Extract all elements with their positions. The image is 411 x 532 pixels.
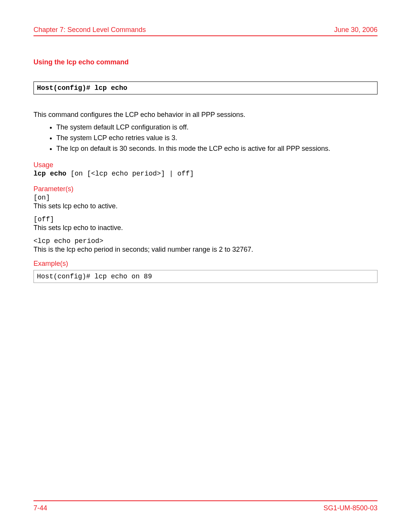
section-title: Using the lcp echo command	[33, 58, 378, 66]
param-code: <lcp echo period>	[33, 237, 378, 245]
param-code: [on]	[33, 194, 378, 201]
examples-heading: Example(s)	[33, 260, 378, 268]
command-syntax-box: Host(config)# lcp echo	[33, 81, 378, 94]
parameters-heading: Parameter(s)	[33, 185, 378, 193]
list-item: The system default LCP configuration is …	[56, 122, 378, 133]
page-header: Chapter 7: Second Level Commands June 30…	[33, 26, 378, 36]
intro-paragraph: This command configures the LCP echo beh…	[33, 110, 378, 120]
list-item: The lcp on default is 30 seconds. In thi…	[56, 144, 378, 154]
bullet-list: The system default LCP configuration is …	[56, 122, 378, 154]
param-desc: This is the lcp echo period in seconds; …	[33, 246, 378, 254]
header-date: June 30, 2006	[334, 26, 378, 34]
usage-heading: Usage	[33, 161, 378, 169]
usage-cmd-bold: lcp echo	[33, 170, 66, 177]
param-code: [off]	[33, 216, 378, 223]
list-item: The system LCP echo retries value is 3.	[56, 133, 378, 144]
example-code-box: Host(config)# lcp echo on 89	[33, 270, 378, 283]
usage-syntax: lcp echo [on [<lcp echo period>] | off]	[33, 170, 378, 177]
param-desc: This sets lcp echo to active.	[33, 202, 378, 210]
usage-cmd-rest: [on [<lcp echo period>] | off]	[66, 170, 194, 177]
footer-page-number: 7-44	[33, 504, 47, 512]
chapter-title: Chapter 7: Second Level Commands	[33, 26, 146, 34]
param-desc: This sets lcp echo to inactive.	[33, 224, 378, 232]
page-footer: 7-44 SG1-UM-8500-03	[33, 500, 378, 512]
footer-doc-id: SG1-UM-8500-03	[323, 504, 378, 512]
document-page: Chapter 7: Second Level Commands June 30…	[0, 0, 411, 283]
